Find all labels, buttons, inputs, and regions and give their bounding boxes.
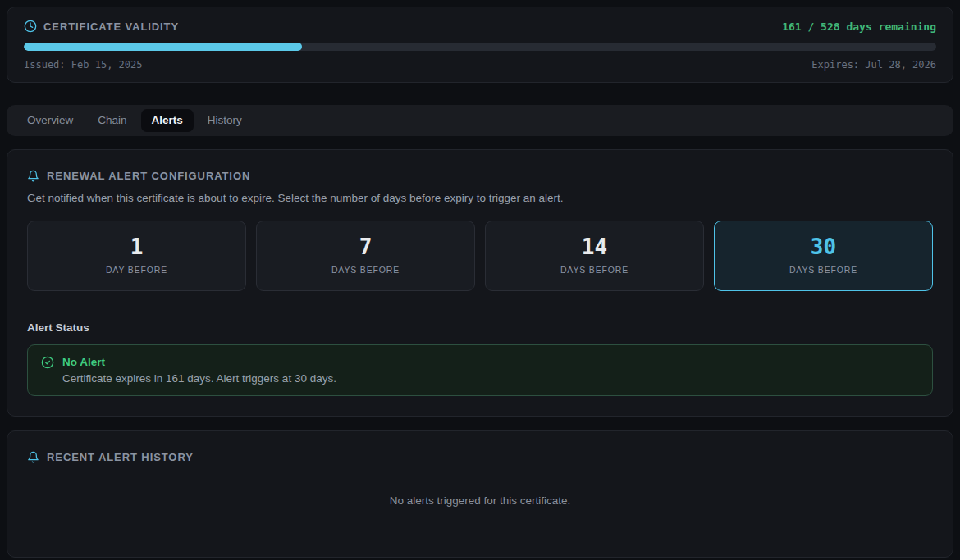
bell-icon [27,451,39,463]
recent-alert-history-card: RECENT ALERT HISTORY No alerts triggered… [7,430,953,558]
option-value: 14 [486,235,703,259]
alert-status-label: Alert Status [27,321,933,334]
status-description: Certificate expires in 161 days. Alert t… [62,372,336,385]
option-14-days-before[interactable]: 14 DAYS BEFORE [485,221,704,291]
check-circle-icon [41,356,54,369]
option-label: DAYS BEFORE [715,265,932,275]
option-label: DAY BEFORE [28,265,245,275]
days-remaining: 161 / 528 days remaining [782,20,936,33]
tab-alerts[interactable]: Alerts [141,109,194,132]
alert-status-panel: No Alert Certificate expires in 161 days… [27,344,933,396]
validity-header: CERTIFICATE VALIDITY 161 / 528 days rema… [24,20,936,33]
option-1-day-before[interactable]: 1 DAY BEFORE [27,221,246,291]
option-value: 30 [715,235,932,259]
tab-chain[interactable]: Chain [87,109,137,132]
option-label: DAYS BEFORE [257,265,474,275]
config-title: RENEWAL ALERT CONFIGURATION [47,170,250,182]
alert-day-options: 1 DAY BEFORE 7 DAYS BEFORE 14 DAYS BEFOR… [27,221,933,291]
clock-icon [24,20,37,33]
validity-title: CERTIFICATE VALIDITY [43,20,179,33]
validity-progress-fill [24,43,302,51]
history-title: RECENT ALERT HISTORY [47,451,194,463]
option-30-days-before[interactable]: 30 DAYS BEFORE [714,221,933,291]
option-value: 7 [257,235,474,259]
certificate-validity-card: CERTIFICATE VALIDITY 161 / 528 days rema… [7,7,953,83]
renewal-alert-configuration-card: RENEWAL ALERT CONFIGURATION Get notified… [7,149,953,417]
history-empty-message: No alerts triggered for this certificate… [390,494,571,507]
option-7-days-before[interactable]: 7 DAYS BEFORE [256,221,475,291]
validity-progress-track [24,43,936,51]
tab-history[interactable]: History [197,109,253,132]
option-label: DAYS BEFORE [486,265,703,275]
bell-icon [27,170,39,182]
tab-overview[interactable]: Overview [16,109,84,132]
tab-bar: Overview Chain Alerts History [7,105,953,136]
issued-date: Issued: Feb 15, 2025 [24,59,143,71]
expires-date: Expires: Jul 28, 2026 [811,59,936,71]
config-description: Get notified when this certificate is ab… [27,192,933,204]
divider [27,307,933,307]
status-title: No Alert [62,356,336,368]
option-value: 1 [28,235,245,259]
